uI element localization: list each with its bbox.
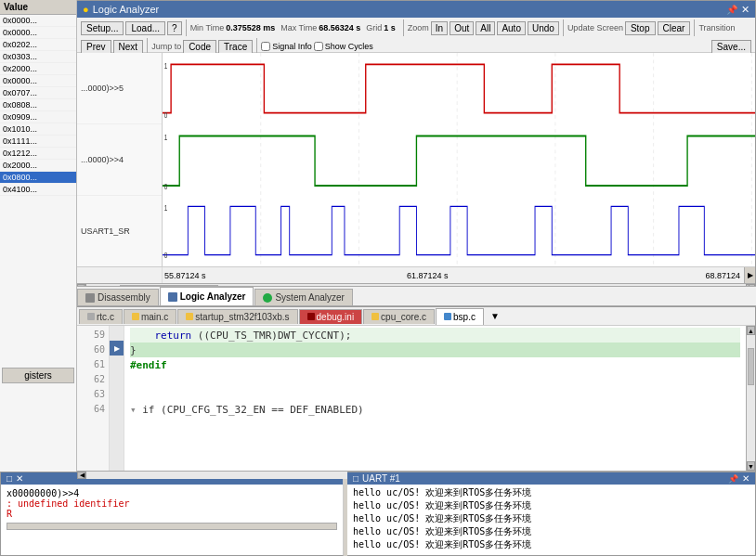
logic-analyzer-panel: ● Logic Analyzer 📌 ✕ Setup... Load... ? … bbox=[77, 0, 756, 286]
code-lines[interactable]: return ((CPU_TS_TMR)DWT_CYCCNT); } #endi… bbox=[124, 326, 746, 471]
rtc-tab-icon bbox=[87, 313, 95, 320]
prev-button[interactable]: Prev bbox=[81, 40, 111, 54]
logic-analyzer-icon: ● bbox=[83, 4, 89, 15]
expression-error: : undefined identifier bbox=[7, 498, 337, 509]
tab-system-analyzer[interactable]: System Analyzer bbox=[254, 289, 352, 305]
code-tab-debug[interactable]: debug.ini bbox=[299, 309, 363, 324]
uart-content[interactable]: hello uc/OS! 欢迎来到RTOS多任务环境 hello uc/OS! … bbox=[347, 485, 755, 552]
bsp-tab-label: bsp.c bbox=[453, 312, 476, 322]
uart-title: UART #1 bbox=[362, 473, 400, 484]
tab-disassembly[interactable]: Disassembly bbox=[77, 289, 159, 305]
v-scroll-down[interactable]: ▼ bbox=[747, 461, 755, 471]
svg-text:1: 1 bbox=[164, 134, 168, 143]
expression-content: x00000000)>>4 : undefined identifier R bbox=[1, 485, 343, 534]
code-tab-startup[interactable]: startup_stm32f103xb.s bbox=[177, 309, 297, 324]
list-item[interactable]: 0x0707... bbox=[0, 87, 76, 99]
uart-icon: □ bbox=[353, 473, 358, 484]
main-tab-icon bbox=[132, 313, 139, 320]
pin-icon[interactable]: 📌 bbox=[726, 5, 737, 15]
stop-button[interactable]: Stop bbox=[625, 21, 656, 35]
list-item[interactable]: 0x0808... bbox=[0, 99, 76, 111]
cpu-tab-label: cpu_core.c bbox=[381, 312, 426, 322]
svg-text:0: 0 bbox=[164, 251, 168, 260]
zoom-label: Zoom bbox=[408, 23, 429, 32]
list-item[interactable]: 0x0202... bbox=[0, 39, 76, 51]
svg-text:1: 1 bbox=[164, 203, 168, 213]
expression-scrollbar[interactable] bbox=[7, 523, 337, 530]
code-button[interactable]: Code bbox=[183, 40, 216, 54]
list-item[interactable]: 0x2000... bbox=[0, 63, 76, 75]
update-screen-label: Update Screen bbox=[567, 23, 623, 32]
code-tab-cpu-core[interactable]: cpu_core.c bbox=[363, 309, 435, 324]
min-time-value: 0.375528 ms bbox=[226, 23, 275, 32]
list-item[interactable]: 0x4100... bbox=[0, 184, 76, 196]
cpu-tab-icon bbox=[371, 313, 379, 320]
code-line-63 bbox=[130, 387, 740, 402]
uart-titlebar: □ UART #1 📌 ✕ bbox=[347, 472, 755, 485]
svg-text:0: 0 bbox=[164, 110, 168, 120]
list-item[interactable]: 0x1111... bbox=[0, 136, 76, 148]
signal3-wave bbox=[163, 206, 755, 254]
code-tab-main[interactable]: main.c bbox=[124, 309, 176, 324]
save-button[interactable]: Save... bbox=[711, 40, 751, 54]
close-icon[interactable]: ✕ bbox=[16, 473, 23, 484]
grid-value: 1 s bbox=[384, 23, 396, 32]
list-item[interactable]: 0x2000... bbox=[0, 160, 76, 172]
list-item[interactable]: 0x1212... bbox=[0, 148, 76, 160]
uart-pin-icon[interactable]: 📌 bbox=[728, 474, 738, 484]
list-item[interactable]: 0x0000... bbox=[0, 27, 76, 39]
trace-button[interactable]: Trace bbox=[218, 40, 253, 54]
code-scroll-left[interactable]: ◀ bbox=[77, 472, 86, 479]
next-button[interactable]: Next bbox=[113, 40, 144, 54]
question-button[interactable]: ? bbox=[167, 21, 182, 35]
clear-button[interactable]: Clear bbox=[658, 21, 691, 35]
zoom-out-button[interactable]: Out bbox=[450, 21, 474, 35]
time-mark-3: 68.87124 bbox=[705, 271, 740, 280]
tab-logic-analyzer[interactable]: Logic Analyzer bbox=[160, 287, 254, 305]
v-scroll-thumb[interactable] bbox=[748, 348, 754, 386]
line-num-60: 60 bbox=[77, 343, 105, 357]
close-icon[interactable]: ✕ bbox=[741, 4, 749, 16]
zoom-all-button[interactable]: All bbox=[476, 21, 495, 35]
more-tabs-button[interactable]: ▼ bbox=[487, 310, 503, 322]
jump-to-label: Jump to bbox=[151, 42, 181, 51]
line-num-61: 61 bbox=[77, 357, 105, 372]
signal-info-checkbox[interactable] bbox=[261, 42, 270, 51]
tab-disassembly-label: Disassembly bbox=[98, 292, 150, 303]
list-item[interactable]: 0x1010... bbox=[0, 123, 76, 136]
panel-titlebar: ● Logic Analyzer 📌 ✕ bbox=[77, 1, 755, 18]
list-item[interactable]: 0x0000... bbox=[0, 15, 76, 27]
code-tab-rtc[interactable]: rtc.c bbox=[79, 309, 123, 324]
uart-close-icon[interactable]: ✕ bbox=[742, 473, 749, 484]
list-item-selected[interactable]: 0x0800... bbox=[0, 172, 76, 184]
uart-panel: □ UART #1 📌 ✕ hello uc/OS! 欢迎来到RTOS多任务环境… bbox=[347, 472, 756, 556]
code-line-59: return ((CPU_TS_TMR)DWT_CYCCNT); bbox=[130, 328, 740, 343]
current-line-arrow: ▶ bbox=[114, 344, 120, 353]
signal-label-1: ...0000)>>5 bbox=[77, 53, 162, 124]
v-scroll-up[interactable]: ▲ bbox=[747, 326, 755, 335]
uart-line-2: hello uc/OS! 欢迎来到RTOS多任务环境 bbox=[353, 499, 749, 512]
docked-icon: □ bbox=[7, 473, 12, 484]
code-tab-bsp[interactable]: bsp.c bbox=[436, 308, 484, 325]
code-content: 59 60 61 62 63 64 ▶ return ((CPU_TS_TMR)… bbox=[77, 326, 755, 471]
setup-button[interactable]: Setup... bbox=[81, 21, 124, 35]
list-item[interactable]: 0x0000... bbox=[0, 75, 76, 87]
zoom-auto-button[interactable]: Auto bbox=[497, 21, 526, 35]
waveform-container[interactable]: 1 0 1 0 1 0 bbox=[163, 53, 755, 266]
zoom-undo-button[interactable]: Undo bbox=[528, 21, 559, 35]
list-item[interactable]: 0x0909... bbox=[0, 111, 76, 123]
line-numbers: 59 60 61 62 63 64 bbox=[77, 326, 110, 471]
v-scrollbar[interactable]: ▲ ▼ bbox=[746, 326, 755, 471]
list-item[interactable]: 0x0303... bbox=[0, 51, 76, 63]
code-line-64: ▾ if (CPU_CFG_TS_32_EN == DEF_ENABLED) bbox=[130, 402, 740, 417]
line-num-62: 62 bbox=[77, 372, 105, 387]
scroll-right-arrow[interactable]: ▶ bbox=[744, 267, 755, 283]
registers-button[interactable]: gisters bbox=[2, 368, 74, 383]
tab-logic-analyzer-label: Logic Analyzer bbox=[180, 291, 246, 302]
zoom-in-button[interactable]: In bbox=[431, 21, 448, 35]
load-button[interactable]: Load... bbox=[125, 21, 165, 35]
show-cycles-checkbox[interactable] bbox=[314, 42, 323, 51]
v-scroll-track[interactable] bbox=[747, 335, 755, 461]
svg-text:0: 0 bbox=[164, 182, 168, 191]
tab-system-analyzer-label: System Analyzer bbox=[275, 292, 344, 303]
